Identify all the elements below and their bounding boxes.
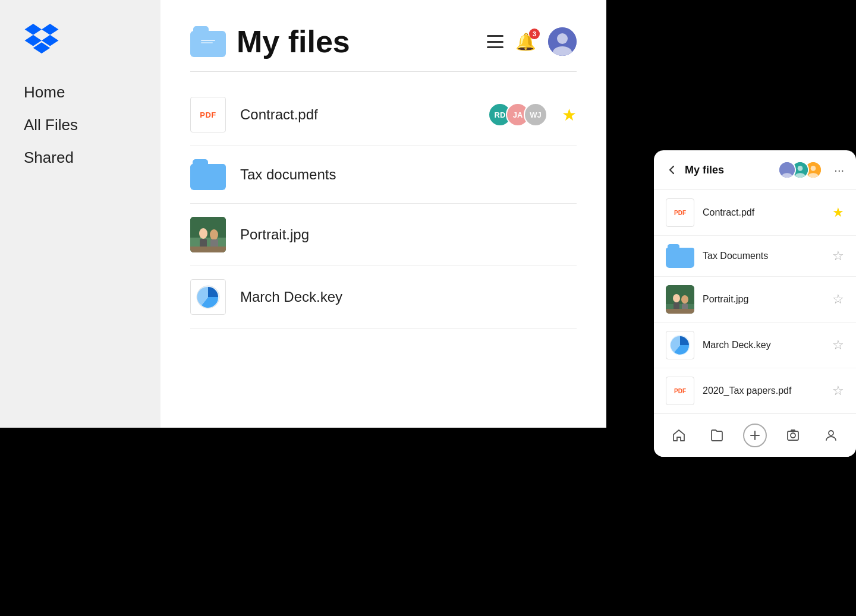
image-thumbnail-portrait xyxy=(190,217,226,252)
file-avatars-contract: RD JA WJ xyxy=(488,103,547,127)
svg-point-35 xyxy=(829,431,833,435)
panel-nav-home[interactable] xyxy=(667,424,691,447)
page-title: My files xyxy=(237,24,350,59)
file-name-march-deck: March Deck.key xyxy=(240,289,577,305)
svg-point-34 xyxy=(791,433,795,438)
panel-more-button[interactable]: ··· xyxy=(834,163,844,177)
panel-avatars xyxy=(778,161,822,179)
main-content: My files 🔔 3 PDF C xyxy=(160,0,606,428)
svg-point-8 xyxy=(199,228,207,239)
file-name-portrait: Portrait.jpg xyxy=(240,226,577,243)
title-area: My files xyxy=(190,24,350,59)
dropbox-logo xyxy=(24,24,59,53)
file-item-contract[interactable]: PDF Contract.pdf RD JA WJ ★ xyxy=(190,84,577,146)
svg-point-18 xyxy=(798,166,803,171)
keynote-thumbnail-march xyxy=(190,279,226,315)
file-list: PDF Contract.pdf RD JA WJ ★ Tax document… xyxy=(190,84,577,328)
sidebar-item-all-files[interactable]: All Files xyxy=(24,116,137,134)
file-item-portrait[interactable]: Portrait.jpg xyxy=(190,204,577,266)
panel-nav-add[interactable] xyxy=(743,424,767,447)
panel-star-contract[interactable]: ★ xyxy=(832,205,844,220)
file-item-march-deck[interactable]: March Deck.key xyxy=(190,266,577,328)
svg-point-10 xyxy=(210,229,218,240)
panel-star-tax2[interactable]: ☆ xyxy=(832,383,844,399)
panel-file-item-tax[interactable]: Tax Documents ☆ xyxy=(654,236,856,277)
panel-file-name-tax2: 2020_Tax papers.pdf xyxy=(703,386,824,396)
file-name-contract: Contract.pdf xyxy=(240,106,474,123)
panel-back-button[interactable] xyxy=(666,164,678,176)
sidebar-item-home[interactable]: Home xyxy=(24,83,137,102)
main-header: My files 🔔 3 xyxy=(190,24,577,72)
panel-folder-thumb-tax xyxy=(666,244,694,268)
svg-rect-1 xyxy=(201,42,213,43)
file-item-tax-documents[interactable]: Tax documents xyxy=(190,146,577,204)
mobile-panel: My files xyxy=(654,150,856,457)
panel-nav-photo[interactable] xyxy=(781,424,805,447)
panel-file-item-march[interactable]: March Deck.key ☆ xyxy=(654,323,856,368)
svg-rect-24 xyxy=(666,285,694,304)
panel-header: My files xyxy=(654,150,856,190)
svg-point-21 xyxy=(811,166,816,171)
panel-nav-profile[interactable] xyxy=(819,424,843,447)
svg-point-27 xyxy=(681,295,688,304)
svg-point-25 xyxy=(673,294,680,302)
svg-rect-29 xyxy=(666,309,694,314)
svg-rect-6 xyxy=(190,217,226,241)
panel-star-march[interactable]: ☆ xyxy=(832,337,844,353)
panel-star-tax[interactable]: ☆ xyxy=(832,248,844,264)
panel-file-name-march: March Deck.key xyxy=(703,340,824,350)
pdf-thumbnail-contract: PDF xyxy=(190,97,226,132)
user-avatar[interactable] xyxy=(548,27,577,56)
panel-nav-files[interactable] xyxy=(705,424,729,447)
panel-file-name-contract: Contract.pdf xyxy=(703,207,824,218)
svg-rect-26 xyxy=(674,302,679,309)
panel-title: My files xyxy=(685,164,771,176)
panel-star-portrait[interactable]: ☆ xyxy=(832,292,844,307)
svg-rect-0 xyxy=(201,40,215,41)
menu-icon[interactable] xyxy=(487,35,503,48)
svg-rect-12 xyxy=(190,247,226,252)
notification-badge: 3 xyxy=(529,29,540,39)
avatar-wj: WJ xyxy=(524,103,547,127)
panel-file-item-tax2[interactable]: PDF 2020_Tax papers.pdf ☆ xyxy=(654,368,856,413)
panel-keynote-thumb-march xyxy=(666,331,694,359)
svg-point-3 xyxy=(557,33,568,44)
panel-bottom-nav xyxy=(654,413,856,457)
panel-pdf-thumb-contract: PDF xyxy=(666,198,694,227)
folder-thumbnail-tax xyxy=(190,159,226,190)
panel-pdf-thumb-tax2: PDF xyxy=(666,377,694,405)
notification-bell[interactable]: 🔔 3 xyxy=(515,32,536,52)
header-actions: 🔔 3 xyxy=(487,27,577,56)
panel-file-item-portrait[interactable]: Portrait.jpg ☆ xyxy=(654,277,856,323)
panel-file-name-portrait: Portrait.jpg xyxy=(703,294,824,305)
panel-file-item-contract[interactable]: PDF Contract.pdf ★ xyxy=(654,190,856,236)
sidebar: Home All Files Shared xyxy=(0,0,160,428)
svg-rect-11 xyxy=(210,239,218,248)
star-contract[interactable]: ★ xyxy=(562,105,577,125)
file-name-tax-documents: Tax documents xyxy=(240,166,577,183)
sidebar-item-shared[interactable]: Shared xyxy=(24,149,137,167)
folder-icon-header xyxy=(190,26,226,57)
sidebar-nav: Home All Files Shared xyxy=(24,83,137,167)
svg-rect-9 xyxy=(200,239,207,248)
panel-file-name-tax: Tax Documents xyxy=(703,251,824,261)
panel-image-thumb-portrait xyxy=(666,285,694,314)
panel-file-list: PDF Contract.pdf ★ Tax Documents ☆ xyxy=(654,190,856,413)
